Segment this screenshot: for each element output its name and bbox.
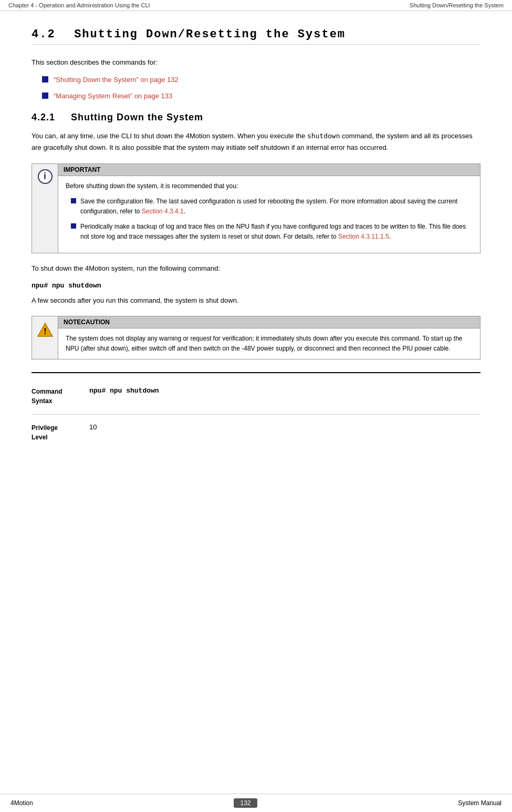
section-421-heading: 4.2.1 Shutting Down the System <box>32 112 480 123</box>
important-header: IMPORTANT <box>58 164 480 176</box>
command-display: npu# npu shutdown <box>32 282 480 290</box>
command-syntax-label: Command Syntax <box>32 387 89 406</box>
list-item: Periodically make a backup of log and tr… <box>71 222 473 242</box>
privilege-level-label: Privilege Level <box>32 423 89 442</box>
command-syntax-row: Command Syntax npu# npu shutdown <box>32 378 480 415</box>
caution-icon-col: ! <box>32 316 58 359</box>
link-managing-reset[interactable]: “Managing System Reset” on page 133 <box>54 91 172 102</box>
important-content: IMPORTANT Before shutting down the syste… <box>58 164 480 253</box>
list-item: Save the configuration file. The last sa… <box>71 197 473 217</box>
section-42-title: Shutting Down/Resetting the System <box>74 28 346 41</box>
important-intro: Before shutting down the system, it is r… <box>66 181 473 191</box>
page-footer: 4Motion 132 System Manual <box>0 794 512 812</box>
bullet-icon <box>42 76 48 83</box>
section-42-heading: 4.2 Shutting Down/Resetting the System <box>32 27 480 45</box>
notecaution-body: The system does not display any warning … <box>58 328 480 359</box>
section-42-links: “Shutting Down the System” on page 132 “… <box>42 75 480 102</box>
important-bullet-list: Save the configuration file. The last sa… <box>71 197 473 242</box>
info-icon: i <box>38 169 53 184</box>
important-body: Before shutting down the system, it is r… <box>58 176 480 253</box>
svg-text:!: ! <box>44 327 46 336</box>
list-item: “Managing System Reset” on page 133 <box>42 91 480 102</box>
link-shutting-down[interactable]: “Shutting Down the System” on page 132 <box>54 75 179 86</box>
header-left: Chapter 4 - Operation and Administration… <box>8 2 150 8</box>
header-right: Shutting Down/Resetting the System <box>410 2 504 8</box>
footer-left: 4Motion <box>11 799 33 807</box>
notecaution-box: ! NOTECAUTION The system does not displa… <box>32 316 480 359</box>
important-icon-col: i <box>32 164 58 253</box>
link-section-4341[interactable]: Section 4.3.4.1 <box>142 208 184 215</box>
command-syntax-value: npu# npu shutdown <box>89 387 480 395</box>
list-item: “Shutting Down the System” on page 132 <box>42 75 480 86</box>
footer-right: System Manual <box>458 799 501 807</box>
main-content: 4.2 Shutting Down/Resetting the System T… <box>0 11 512 461</box>
caution-triangle-icon: ! <box>37 322 54 338</box>
bullet-icon <box>42 92 48 99</box>
command-syntax-section: Command Syntax npu# npu shutdown Privile… <box>32 372 480 450</box>
body-para-3: A few seconds after you run this command… <box>32 295 480 306</box>
privilege-level-value: 10 <box>89 423 480 431</box>
page-header: Chapter 4 - Operation and Administration… <box>0 0 512 11</box>
footer-page-number: 132 <box>234 798 257 808</box>
important-box: i IMPORTANT Before shutting down the sys… <box>32 163 480 253</box>
body-para-1: You can, at any time, use the CLI to shu… <box>32 130 480 153</box>
link-section-43115[interactable]: Section 4.3.11.1.5 <box>338 233 389 240</box>
privilege-level-row: Privilege Level 10 <box>32 415 480 450</box>
notecaution-content: NOTECAUTION The system does not display … <box>58 316 480 359</box>
important-bullet-1: Save the configuration file. The last sa… <box>80 197 473 217</box>
section-421-title: Shutting Down the System <box>71 112 203 122</box>
section-421-number: 4.2.1 <box>32 112 55 122</box>
body-para-2: To shut down the 4Motion system, run the… <box>32 263 480 274</box>
bullet-icon <box>71 198 76 203</box>
notecaution-header: NOTECAUTION <box>58 316 480 328</box>
important-bullet-2: Periodically make a backup of log and tr… <box>80 222 473 242</box>
section-42-number: 4.2 <box>32 28 56 41</box>
section-42-intro: This section describes the commands for: <box>32 57 480 68</box>
bullet-icon <box>71 223 76 229</box>
